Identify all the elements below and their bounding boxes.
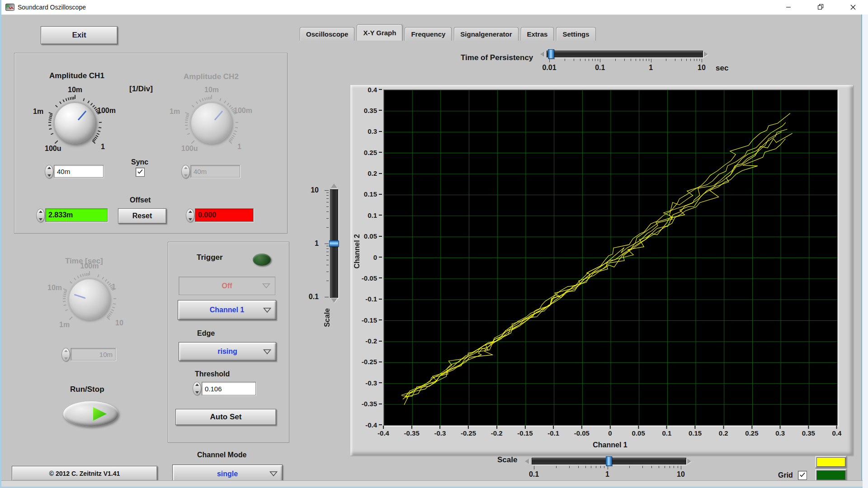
persistency-unit: sec [716, 64, 728, 73]
restore-icon [818, 4, 824, 10]
knob-scale-label: 1m [33, 108, 43, 116]
threshold-value[interactable]: 0.106 [202, 382, 256, 395]
hscale-right-arrow-icon[interactable] [687, 459, 691, 464]
minimize-button[interactable] [778, 0, 799, 14]
offset-ch1-spinner[interactable] [36, 209, 45, 222]
offset-ch2-spinner[interactable] [186, 209, 194, 222]
tab-extras[interactable]: Extras [521, 27, 554, 41]
persistency-label: Time of Persistency [461, 53, 533, 62]
y-axis-title: Channel 2 [353, 234, 361, 268]
copyright-button[interactable]: © 2012 C. Zeitnitz V1.41 [12, 466, 157, 481]
check-icon [799, 472, 806, 478]
knob-scale-label: 10 [115, 319, 123, 327]
persistency-tick-labels: 0.010.1110 [549, 64, 705, 73]
knob-scale-label: 100m [80, 262, 99, 270]
slider-tick-label: 10 [311, 186, 319, 194]
y-axis-tick: 0.25 [364, 148, 382, 156]
tab-oscilloscope[interactable]: Oscilloscope [300, 27, 354, 41]
threshold-spinner[interactable] [193, 382, 201, 395]
x-axis-tick: -0.3 [434, 426, 446, 437]
trigger-source-value: Channel 1 [210, 306, 244, 314]
x-axis-tick: -0.1 [547, 426, 559, 437]
knob-scale-label: 10m [68, 86, 82, 94]
amplitude-ch2-spinner [181, 165, 190, 178]
xy-trace [384, 90, 837, 425]
tab-x-y-graph[interactable]: X-Y Graph [357, 24, 402, 41]
xy-graph-panel: 0.40.350.30.250.20.150.10.050-0.05-0.1-0… [350, 85, 853, 455]
y-axis-tick: -0.3 [365, 379, 382, 387]
panel-bottom-scroll-area [1, 480, 863, 488]
hscale-tick-marks [534, 466, 683, 470]
vscale-tick-labels: 1010.1 [298, 190, 319, 297]
slider-tick-label: 0.1 [309, 293, 319, 301]
slider-left-arrow-icon[interactable] [540, 52, 544, 57]
vscale-tick-marks [320, 190, 329, 297]
time-spinner [61, 348, 70, 361]
grid-checkbox[interactable] [798, 471, 807, 480]
grid-color-swatch[interactable] [815, 469, 847, 481]
tab-signalgenerator[interactable]: Signalgenerator [454, 27, 518, 41]
slider-right-arrow-icon[interactable] [704, 52, 708, 57]
amplitude-ch1-knob[interactable]: 100u1m10m100m1 [37, 89, 113, 157]
chevron-down-icon [263, 307, 272, 313]
knob-scale-label: 10m [47, 284, 62, 292]
tab-frequency[interactable]: Frequency [405, 27, 452, 41]
auto-set-button[interactable]: Auto Set [175, 409, 276, 425]
run-stop-button[interactable] [63, 401, 118, 427]
offset-ch1-value[interactable]: 2.833m [45, 208, 108, 222]
hscale-slider-track[interactable] [532, 458, 686, 465]
restore-button[interactable] [810, 0, 831, 14]
trigger-source-dropdown[interactable]: Channel 1 [178, 300, 276, 320]
panel-right-scroll-area [861, 14, 868, 488]
offset-reset-button[interactable]: Reset [118, 208, 166, 224]
sync-label: Sync [131, 158, 148, 166]
vscale-up-arrow-icon[interactable] [331, 183, 337, 188]
amplitude-ch2-knob: 100u1m10m100m1 [173, 89, 250, 157]
app-waveform-icon [5, 4, 14, 13]
exit-button[interactable]: Exit [41, 26, 118, 44]
x-axis-tick: -0.35 [404, 426, 420, 437]
y-axis-tick: -0.35 [362, 400, 382, 408]
x-axis-tick: 0.25 [745, 426, 758, 437]
slider-tick-label: 0.01 [542, 64, 556, 72]
y-axis-tick: -0.1 [365, 295, 382, 303]
knob-scale-label: 1 [101, 143, 105, 151]
y-axis-tick: -0.15 [362, 316, 382, 324]
close-button[interactable] [843, 0, 863, 14]
knob-scale-label: 100u [45, 145, 61, 153]
soundcard-oscilloscope-window: Soundcard Oszilloscope Exit Amplitude CH… [0, 0, 868, 488]
persistency-tick-marks [549, 59, 705, 63]
knob-scale-label: 100m [97, 107, 116, 115]
trace-color-swatch[interactable] [815, 456, 847, 468]
threshold-label: Threshold [195, 370, 230, 378]
x-axis-tick: -0.25 [461, 426, 476, 437]
sync-checkbox[interactable] [136, 168, 145, 177]
run-stop-label: Run/Stop [70, 385, 104, 394]
time-knob: 1m10m100m110 [51, 266, 128, 333]
knob-scale-label: 1m [170, 108, 180, 116]
offset-ch2-value[interactable]: 0.000 [195, 208, 254, 222]
window-title: Soundcard Oszilloscope [18, 0, 86, 14]
y-axis-tick: 0 [373, 253, 382, 261]
amplitude-ch1-title: Amplitude CH1 [49, 71, 104, 80]
y-axis-tick: -0.05 [362, 274, 382, 282]
slider-tick-label: 10 [698, 64, 706, 72]
vscale-slider-thumb[interactable] [329, 240, 339, 247]
tab-settings[interactable]: Settings [556, 27, 595, 41]
amplitude-ch1-spinner[interactable] [45, 165, 53, 178]
amplitude-ch1-value[interactable]: 40m [54, 165, 104, 178]
x-axis-tick: 0.1 [662, 426, 671, 437]
x-axis-tick: 0.4 [832, 426, 842, 437]
trigger-edge-dropdown[interactable]: rising [179, 342, 276, 361]
persistency-slider-track[interactable] [547, 51, 703, 57]
hscale-slider-thumb[interactable] [606, 456, 612, 466]
vscale-slider-track[interactable] [330, 189, 338, 298]
slider-tick-label: 1 [605, 470, 609, 479]
y-axis-tick: 0.2 [368, 169, 382, 178]
vscale-down-arrow-icon[interactable] [331, 298, 337, 303]
persistency-slider-thumb[interactable] [548, 49, 554, 59]
hscale-left-arrow-icon[interactable] [525, 459, 529, 464]
per-div-label: [1/Div] [129, 84, 153, 94]
trigger-mode-dropdown[interactable]: Off [179, 277, 275, 295]
x-axis-tick: 0.15 [689, 426, 702, 437]
